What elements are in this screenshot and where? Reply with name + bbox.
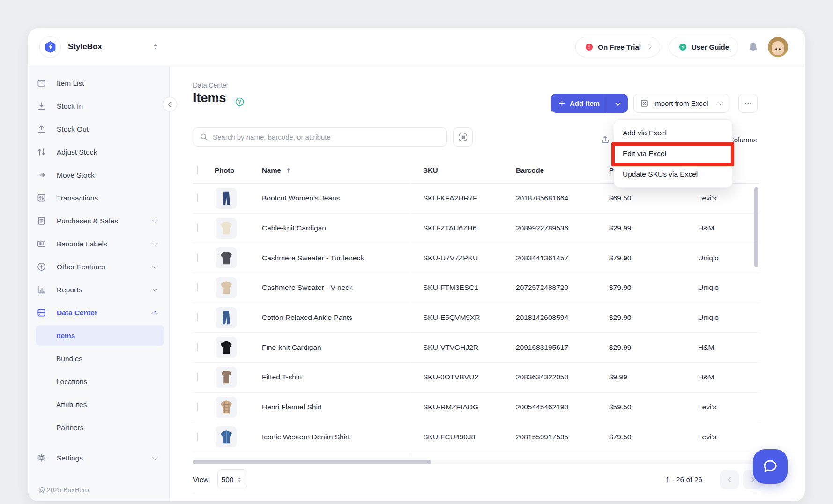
item-sku: SKU-RMZFIADG [410,403,513,411]
sort-ascending-icon [284,166,292,174]
row-checkbox[interactable] [197,193,198,202]
sidebar-item-icon [37,193,46,203]
sidebar-item-icon [37,170,46,180]
import-from-excel-button[interactable]: Import from Excel [633,94,729,113]
barcode-scan-button[interactable] [453,127,473,147]
item-brand: H&M [693,343,759,352]
sidebar-sub-item[interactable]: Partners [28,416,169,439]
table-row[interactable]: Bootcut Women's Jeans SKU-KFA2HR7F 20187… [193,184,759,214]
row-checkbox[interactable] [197,253,198,262]
table-row[interactable]: Iconic Western Denim Shirt SKU-FCU490J8 … [193,422,759,452]
menu-item[interactable]: Add via Excel [614,123,732,143]
page-size-select[interactable]: 500 [217,469,247,489]
table-row[interactable]: Cashmere Sweater - Turtleneck SKU-U7V7ZP… [193,243,759,273]
column-header-photo: Photo [215,166,261,174]
sidebar-item[interactable]: Transactions [28,186,169,209]
table-row[interactable]: Cotton Relaxed Ankle Pants SKU-E5QVM9XR … [193,303,759,333]
menu-item[interactable]: Update SKUs via Excel [614,164,732,185]
row-checkbox[interactable] [197,223,198,232]
bottom-divider [193,493,759,493]
sidebar-collapse-button[interactable] [163,97,177,111]
item-barcode: 2018142608594 [513,313,607,322]
sidebar-item[interactable]: Other Features [28,255,169,278]
horizontal-scrollbar[interactable] [193,460,431,464]
sidebar-item-icon [37,308,46,318]
menu-item-label: Edit via Excel [623,149,666,158]
workspace-switcher-icon[interactable] [151,42,160,52]
item-brand: Levi's [693,403,759,411]
sidebar-item-icon [37,216,46,226]
item-barcode: 2083441361457 [513,254,607,262]
help-icon[interactable]: ? [235,97,245,107]
sidebar-sub-item[interactable]: Items [28,324,169,347]
sidebar-item[interactable]: Barcode Labels [28,232,169,255]
sidebar-item-icon [37,101,46,111]
free-trial-button[interactable]: On Free Trial [575,37,660,57]
sidebar-item[interactable]: Adjust Stock [28,141,169,163]
user-avatar[interactable] [768,37,788,57]
more-actions-button[interactable] [738,94,758,113]
table-row[interactable]: Cashmere Sweater - V-neck SKU-FTM3ESC1 2… [193,273,759,303]
sidebar-item[interactable]: Reports [28,278,169,301]
app-window: StyleBox On Free Trial ? User Guide Item… [28,28,805,501]
row-checkbox[interactable] [197,402,198,411]
sidebar-sub-item-label: Items [56,332,75,340]
sidebar-item[interactable]: Stock In [28,95,169,118]
breadcrumb: Data Center [193,82,228,89]
sidebar-sub-item[interactable]: Locations [28,370,169,393]
notification-bell-icon[interactable] [747,41,759,53]
item-price: $9.99 [607,373,693,381]
item-photo [216,337,237,358]
item-barcode: 2072572488720 [513,283,607,292]
vertical-scrollbar[interactable] [754,187,758,267]
user-guide-label: User Guide [692,43,729,51]
item-photo [216,367,237,388]
chat-support-button[interactable] [753,449,788,484]
select-all-checkbox[interactable] [197,166,198,175]
sidebar-item-settings[interactable]: Settings [28,446,169,469]
chevron-down-icon [615,100,620,105]
table-row[interactable]: Fine-knit Cardigan SKU-VTVGHJ2R 20916831… [193,333,759,363]
table-row[interactable]: Fitted T-shirt SKU-0OTVBVU2 208363432205… [193,363,759,393]
row-checkbox[interactable] [197,372,198,381]
item-sku: SKU-ZTAU6ZH6 [410,224,513,232]
sidebar-item[interactable]: Purchases & Sales [28,209,169,232]
sidebar-sub-item[interactable]: Bundles [28,347,169,370]
item-price: $69.50 [607,194,693,202]
import-excel-label: Import from Excel [653,99,708,107]
row-checkbox[interactable] [197,432,198,441]
add-item-button[interactable]: Add Item [551,94,628,113]
table-row[interactable]: Henri Flannel Shirt SKU-RMZFIADG 2005445… [193,393,759,422]
menu-item-label: Update SKUs via Excel [623,170,698,178]
app-logo [39,36,61,58]
pagination-range: 1 - 26 of 26 [562,475,702,484]
sidebar-item[interactable]: Move Stock [28,163,169,186]
user-guide-button[interactable]: ? User Guide [669,37,738,57]
free-trial-label: On Free Trial [598,43,641,51]
row-checkbox[interactable] [197,283,198,292]
sidebar-sub-item[interactable]: Attributes [28,393,169,416]
sidebar-item-label: Stock In [57,102,83,111]
sidebar-item[interactable]: Item List [28,72,169,95]
item-barcode: 2091683195617 [513,343,607,352]
column-header-name[interactable]: Name [261,166,410,174]
sidebar-item-label: Adjust Stock [57,148,97,156]
sidebar-sub-item-label: Attributes [56,400,87,409]
chevron-right-icon [749,477,754,482]
search-icon [200,133,208,141]
item-price: $79.90 [607,254,693,262]
row-checkbox[interactable] [197,313,198,322]
row-checkbox[interactable] [197,343,198,352]
sidebar-item[interactable]: Stock Out [28,118,169,141]
menu-item[interactable]: Edit via Excel [614,143,732,164]
export-icon[interactable] [601,135,610,144]
sidebar-item[interactable]: Data Center [28,301,169,324]
sidebar-item-icon [37,239,46,249]
table-row[interactable]: Cable-knit Cardigan SKU-ZTAU6ZH6 2089922… [193,214,759,244]
item-barcode: 2081559917535 [513,433,607,441]
sidebar: Item List Stock In Stock Out [28,66,170,501]
item-barcode: 2005445462190 [513,403,607,411]
sidebar-nav: Item List Stock In Stock Out [28,72,169,324]
search-input[interactable] [213,133,440,141]
prev-page-button[interactable] [720,470,739,489]
